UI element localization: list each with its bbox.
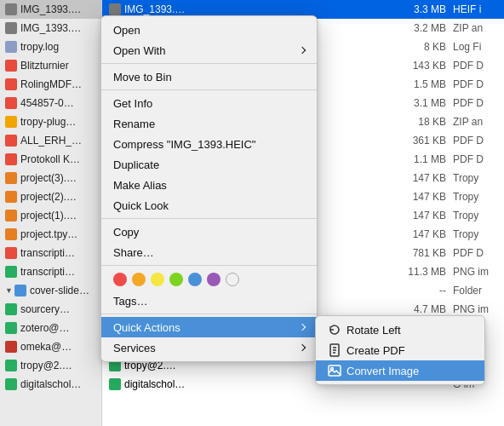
sidebar-item-label: tropy-plug… xyxy=(20,116,76,128)
sidebar-item-img1393b[interactable]: IMG_1393.… xyxy=(0,19,101,37)
sidebar-item-label: zotero@… xyxy=(20,322,70,334)
color-dot-yellow[interactable] xyxy=(151,273,164,286)
sidebar-item-label: project(2).… xyxy=(20,191,77,203)
png-icon xyxy=(5,322,17,334)
sidebar-item-project1[interactable]: project(1).… xyxy=(0,206,101,225)
menu-item-services[interactable]: Services xyxy=(101,337,317,358)
sidebar-item-label: project(3).… xyxy=(20,172,77,184)
sidebar-item-tropy-log[interactable]: tropy.log xyxy=(0,37,101,56)
sidebar-item-label: omeka@… xyxy=(20,341,72,353)
zip-icon xyxy=(5,116,17,128)
sidebar: IMG_1393.… IMG_1393.… tropy.log Blitztur… xyxy=(0,0,102,426)
png-icon xyxy=(5,378,17,390)
pdf-icon xyxy=(5,60,17,72)
color-dot-blue[interactable] xyxy=(188,273,202,286)
menu-item-quick-actions[interactable]: Quick Actions xyxy=(101,317,317,337)
menu-item-copy[interactable]: Copy xyxy=(101,222,317,242)
heif-icon xyxy=(5,3,17,15)
create-pdf-icon xyxy=(328,343,341,357)
sidebar-item-label: project.tpy… xyxy=(20,228,77,240)
file-type: ZIP an xyxy=(446,116,497,128)
sidebar-item-label: Protokoll K… xyxy=(20,153,80,165)
chevron-right-icon xyxy=(299,47,306,54)
sidebar-item-label: ALL_ERH_… xyxy=(20,135,82,147)
context-menu: Open Open With Move to Bin Get Info Rena… xyxy=(100,15,318,362)
sidebar-item-cover-slide[interactable]: ▼ cover-slide… xyxy=(0,281,101,300)
menu-item-duplicate[interactable]: Duplicate xyxy=(101,154,317,175)
sidebar-item-project3[interactable]: project(3).… xyxy=(0,169,101,187)
chevron-right-icon xyxy=(299,324,306,331)
heif-icon xyxy=(5,22,17,34)
sidebar-item-label: digitalschol… xyxy=(20,378,81,390)
sidebar-item-project-tpy[interactable]: project.tpy… xyxy=(0,225,101,244)
file-type: PDF D xyxy=(446,153,497,165)
sidebar-item-label: cover-slide… xyxy=(30,285,89,296)
menu-item-open[interactable]: Open xyxy=(101,20,317,40)
sidebar-item-tropy2[interactable]: tropy@2.… xyxy=(0,356,101,375)
menu-item-make-alias[interactable]: Make Alias xyxy=(101,175,317,195)
file-size: 1.1 MB xyxy=(387,153,446,165)
file-type: Log Fi xyxy=(446,41,497,53)
file-type: Tropy xyxy=(446,228,497,240)
file-type: PDF D xyxy=(446,60,497,72)
submenu-item-convert-image[interactable]: Convert Image xyxy=(316,360,484,381)
pdf-icon xyxy=(5,247,17,259)
menu-item-quick-look[interactable]: Quick Look xyxy=(101,195,317,216)
tropy-icon xyxy=(5,228,17,240)
tropy-icon xyxy=(5,172,17,184)
sidebar-item-project2[interactable]: project(2).… xyxy=(0,187,101,206)
sidebar-item-zotero[interactable]: zotero@… xyxy=(0,319,101,337)
png-file-icon xyxy=(109,378,121,390)
file-size: 361 KB xyxy=(387,135,446,147)
color-dot-none[interactable] xyxy=(226,273,239,286)
sidebar-item-blitz[interactable]: Blitzturnier xyxy=(0,56,101,75)
sidebar-item-label: tropy@2.… xyxy=(20,360,72,371)
menu-item-rename[interactable]: Rename xyxy=(101,113,317,134)
sidebar-item-img1393[interactable]: IMG_1393.… xyxy=(0,0,101,19)
submenu-item-create-pdf[interactable]: Create PDF xyxy=(316,340,484,360)
folder-icon xyxy=(14,285,26,296)
sidebar-item-allerh[interactable]: ALL_ERH_… xyxy=(0,131,101,150)
color-dot-red[interactable] xyxy=(113,273,127,286)
submenu-item-rotate-left[interactable]: Rotate Left xyxy=(316,320,484,340)
sidebar-item-sourcery[interactable]: sourcery… xyxy=(0,300,101,319)
tropy-icon xyxy=(5,191,17,203)
file-size: 3.3 MB xyxy=(387,3,446,15)
sidebar-item-label: tropy.log xyxy=(20,41,59,53)
sidebar-item-454857[interactable]: 454857-0… xyxy=(0,94,101,112)
color-dot-orange[interactable] xyxy=(132,273,146,286)
color-dot-green[interactable] xyxy=(169,273,183,286)
menu-item-tags[interactable]: Tags… xyxy=(101,291,317,311)
sidebar-item-digitalschol[interactable]: digitalschol… xyxy=(0,375,101,394)
menu-item-compress[interactable]: Compress "IMG_1393.HEIC" xyxy=(101,134,317,154)
menu-item-share[interactable]: Share… xyxy=(101,242,317,262)
menu-separator xyxy=(101,89,317,90)
sidebar-item-transcripti2[interactable]: transcripti… xyxy=(0,262,101,281)
sidebar-item-protokoll[interactable]: Protokoll K… xyxy=(0,150,101,169)
sidebar-item-label: sourcery… xyxy=(20,303,70,315)
color-dot-purple[interactable] xyxy=(207,273,220,286)
sidebar-item-transcripti1[interactable]: transcripti… xyxy=(0,244,101,262)
menu-item-open-with[interactable]: Open With xyxy=(101,40,317,60)
png-icon xyxy=(5,341,17,353)
file-type: PNG im xyxy=(446,266,497,278)
file-type: HEIF i xyxy=(446,3,497,15)
menu-item-move-to-bin[interactable]: Move to Bin xyxy=(101,66,317,87)
log-icon xyxy=(5,41,17,53)
file-size: 1.5 MB xyxy=(387,78,446,90)
sidebar-item-label: project(1).… xyxy=(20,210,77,222)
sidebar-item-label: IMG_1393.… xyxy=(20,22,81,34)
file-size: 147 KB xyxy=(387,191,446,203)
file-type: PDF D xyxy=(446,135,497,147)
rotate-left-icon xyxy=(328,323,341,337)
file-type: Tropy xyxy=(446,210,497,222)
sidebar-item-tropy-plug[interactable]: tropy-plug… xyxy=(0,112,101,131)
pdf-icon xyxy=(5,153,17,165)
file-size: 143 KB xyxy=(387,60,446,72)
menu-item-get-info[interactable]: Get Info xyxy=(101,93,317,113)
convert-image-icon xyxy=(328,364,341,377)
quick-actions-submenu: Rotate Left Create PDF Convert Image xyxy=(315,315,485,385)
sidebar-item-label: RolingMDF… xyxy=(20,78,82,90)
sidebar-item-omeka[interactable]: omeka@… xyxy=(0,337,101,356)
sidebar-item-roling[interactable]: RolingMDF… xyxy=(0,75,101,94)
